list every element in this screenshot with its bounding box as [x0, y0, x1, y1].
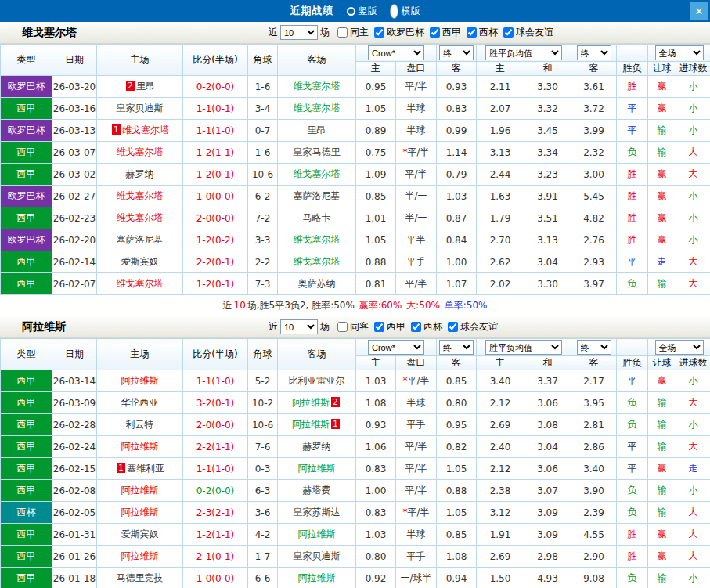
avg-odds-select[interactable]: 胜平负均值 [485, 45, 562, 60]
result-cell: 负 [617, 502, 648, 524]
team-text: 皇家贝迪斯 [294, 550, 341, 561]
score-cell: 0-2(0-0) [183, 76, 248, 98]
odds-away-cell: 0.84 [437, 229, 477, 251]
odds-away-cell: 0.99 [437, 120, 477, 142]
col-handicap-result: 让球 [648, 356, 676, 370]
handicap-result-cell: 赢 [648, 186, 676, 207]
red-card-badge: 1 [331, 419, 340, 429]
close-button[interactable]: ✕ [690, 2, 708, 20]
col-home: 主场 [97, 339, 183, 370]
games-label: 场 [320, 26, 330, 39]
avg-win-cell: 2.40 [477, 436, 524, 458]
league-filter-1-checkbox[interactable] [411, 322, 421, 332]
team-text: 塞萨洛尼基 [294, 190, 341, 201]
avg-draw-cell: 3.30 [524, 76, 571, 98]
goals-cell: 大 [676, 524, 710, 546]
page-title: 近期战绩 [290, 4, 334, 18]
same-scope-checkbox[interactable] [337, 322, 348, 332]
odds-final-select[interactable]: 终 [439, 45, 474, 60]
col-goals: 进球数 [676, 356, 710, 370]
away-team-cell: 维戈塞尔塔 [278, 164, 356, 186]
handicap-cell: 平/半 [396, 458, 437, 480]
table-row: 西甲26-02-24阿拉维斯2-2(1-1)7-6赫罗纳1.06平/半0.822… [1, 436, 710, 458]
home-team-cell: 维戈塞尔塔 [97, 186, 183, 207]
col-handicap-result: 让球 [648, 62, 676, 76]
away-team-cell: 阿拉维斯 [278, 568, 356, 588]
same-scope-checkbox[interactable] [337, 27, 348, 38]
goals-cell: 大 [676, 546, 710, 568]
near-label: 近 [269, 26, 278, 39]
avg-final-select[interactable]: 终 [577, 340, 611, 355]
avg-draw-cell: 3.37 [524, 370, 571, 392]
handicap-cell: 半球 [396, 120, 437, 142]
handicap-result-cell: 输 [648, 436, 676, 458]
radio-selected-icon[interactable] [390, 4, 398, 19]
home-team-cell: 爱斯宾奴 [97, 251, 183, 273]
league-filter-2-checkbox[interactable] [467, 27, 477, 38]
avg-odds-select[interactable]: 胜平负均值 [485, 340, 562, 355]
score-cell: 1-2(0-2) [183, 229, 248, 251]
avg-win-cell: 2.70 [477, 229, 524, 251]
league-cell: 西甲 [1, 207, 52, 229]
result-cell: 胜 [617, 76, 648, 98]
result-cell: 平 [617, 98, 648, 120]
avg-final-select[interactable]: 终 [577, 45, 611, 60]
goals-cell: 小 [676, 480, 710, 502]
odds-away-cell: 1.07 [437, 273, 477, 295]
match-count-select[interactable]: 10 [280, 319, 318, 334]
team-text: 阿拉维斯 [121, 550, 159, 561]
radio-unselected-icon[interactable] [347, 7, 355, 16]
layout-option-horizontal[interactable]: 横版 [390, 4, 420, 19]
odds-source-header: Crow* [356, 339, 437, 356]
col-corner: 角球 [248, 339, 278, 370]
corner-cell: 0-3 [248, 458, 278, 480]
league-filter-0-checkbox[interactable] [374, 322, 384, 332]
avg-lose-cell: 4.82 [571, 207, 617, 229]
odds-source-select[interactable]: Crow* [368, 340, 424, 355]
odds-home-cell: 0.95 [356, 76, 396, 98]
league-filter-2-checkbox[interactable] [448, 322, 458, 332]
odds-final-select[interactable]: 终 [439, 340, 474, 355]
league-filter-1-checkbox-label: 西甲 [430, 26, 461, 39]
score-cell: 1-0(0-0) [183, 568, 248, 588]
corner-cell: 6-3 [248, 480, 278, 502]
date-cell: 26-03-14 [52, 370, 97, 392]
odds-source-select[interactable]: Crow* [368, 45, 424, 60]
league-filter-1-checkbox[interactable] [430, 27, 440, 38]
score-cell: 1-2(0-1) [183, 273, 248, 295]
scope-select[interactable]: 全场 [655, 45, 704, 60]
team-text: 维戈塞尔塔 [294, 256, 341, 267]
handicap-cell: 平手 [396, 414, 437, 436]
handicap-result-cell: 输 [648, 568, 676, 588]
team-text: 维戈塞尔塔 [117, 190, 164, 201]
match-count-select[interactable]: 10 [280, 25, 318, 40]
team-text: 维戈塞尔塔 [294, 168, 341, 179]
handicap-cell: 平/半 [396, 436, 437, 458]
handicap-result-cell: 输 [648, 480, 676, 502]
avg-win-cell: 2.12 [477, 458, 524, 480]
league-filter-0-checkbox[interactable] [374, 27, 384, 38]
avg-draw-cell: 2.98 [524, 546, 571, 568]
score-cell: 1-2(1-1) [183, 142, 248, 164]
league-filter-3-checkbox[interactable] [503, 27, 514, 38]
team-text: 爱斯宾奴 [121, 528, 159, 539]
away-team-cell: 赫塔费 [278, 480, 356, 502]
date-cell: 26-02-15 [52, 458, 97, 480]
layout-option-vertical[interactable]: 竖版 [347, 5, 377, 18]
avg-lose-cell: 2.90 [571, 546, 617, 568]
scope-header: 全场 [648, 339, 710, 356]
team-text: 阿拉维斯 [298, 463, 336, 474]
team-text: 华伦西亚 [121, 397, 159, 408]
avg-header: 胜平负均值 [477, 339, 571, 356]
odds-away-cell: 0.79 [437, 164, 477, 186]
goals-cell: 小 [676, 414, 710, 436]
league-cell: 西甲 [1, 524, 52, 546]
result-cell: 负 [617, 480, 648, 502]
avg-draw-cell: 3.51 [524, 207, 571, 229]
date-cell: 26-03-02 [52, 164, 97, 186]
scope-select[interactable]: 全场 [655, 340, 704, 355]
date-cell: 26-03-20 [52, 76, 97, 98]
away-team-cell: 比利亚雷亚尔 [278, 370, 356, 392]
result-cell: 平 [617, 436, 648, 458]
avg-draw-cell: 3.09 [524, 502, 571, 524]
